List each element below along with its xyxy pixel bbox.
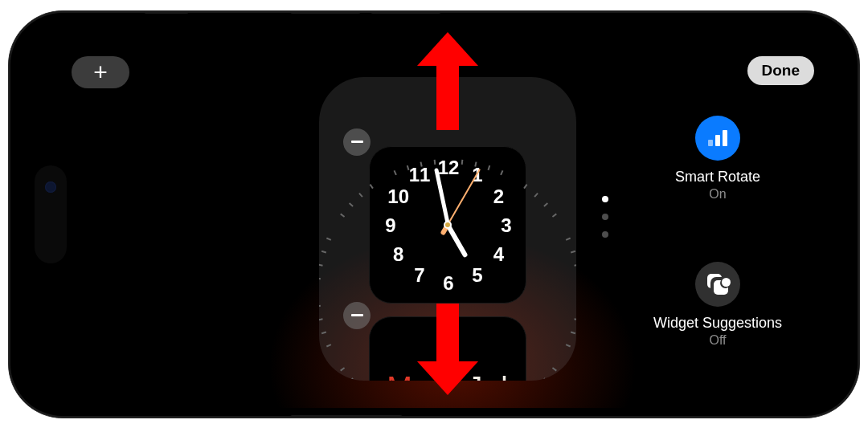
- clock-number: 6: [443, 272, 453, 295]
- physical-side-button: [290, 415, 403, 418]
- widget-suggestions-option: Widget Suggestions Off: [631, 262, 805, 348]
- pager-dot: [602, 231, 608, 238]
- clock-number: 9: [385, 214, 395, 237]
- clock-face: 121234567891011: [375, 152, 521, 298]
- clock-number: 7: [414, 264, 424, 287]
- remove-widget-clock-button[interactable]: [343, 128, 371, 156]
- physical-volume-down: [371, 10, 441, 14]
- clock-number: 8: [393, 243, 403, 266]
- swipe-down-arrow-icon: [436, 304, 459, 368]
- dynamic-island: [35, 165, 67, 263]
- done-button[interactable]: Done: [747, 56, 815, 85]
- clock-number: 12: [438, 157, 460, 179]
- smart-rotate-toggle[interactable]: [695, 116, 740, 161]
- smart-rotate-status: On: [631, 187, 805, 202]
- widget-suggestions-toggle[interactable]: [695, 262, 740, 307]
- add-stack-icon: [707, 274, 728, 295]
- clock-widget[interactable]: 121234567891011: [369, 146, 526, 304]
- smart-rotate-option: Smart Rotate On: [631, 116, 805, 202]
- bars-icon: [708, 130, 727, 146]
- pager-dot: [602, 214, 608, 220]
- physical-volume-up: [290, 10, 361, 14]
- remove-widget-calendar-button[interactable]: [343, 302, 371, 329]
- pager-dot: [602, 196, 608, 202]
- front-camera: [45, 181, 56, 193]
- widget-suggestions-title: Widget Suggestions: [631, 315, 805, 332]
- widget-pager-dots: [602, 196, 608, 238]
- clock-number: 3: [501, 214, 511, 237]
- swipe-up-arrow-icon: [436, 59, 459, 130]
- clock-number: 11: [409, 164, 431, 186]
- screen: + Done 121234567891011 Mon, Jul Smart Ro…: [18, 21, 850, 408]
- clock-number: 2: [493, 185, 504, 208]
- clock-number: 1: [472, 164, 482, 186]
- clock-number: 10: [387, 185, 409, 208]
- widget-suggestions-status: Off: [631, 333, 805, 348]
- add-widget-button[interactable]: +: [72, 56, 129, 88]
- clock-number: 4: [493, 243, 504, 266]
- smart-rotate-title: Smart Rotate: [631, 169, 805, 185]
- phone-frame: + Done 121234567891011 Mon, Jul Smart Ro…: [8, 10, 860, 418]
- clock-number: 5: [472, 264, 482, 287]
- physical-action-button: [144, 10, 189, 14]
